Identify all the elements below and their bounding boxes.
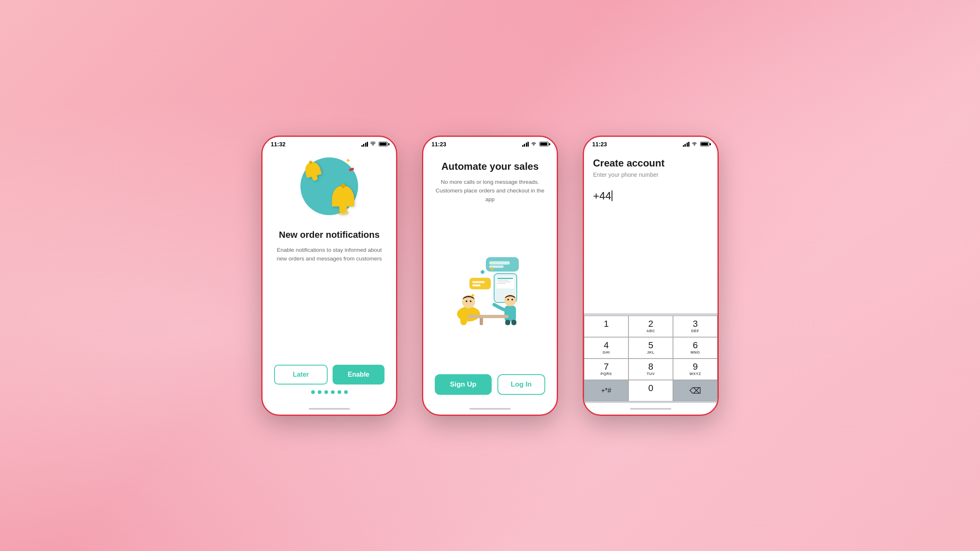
sparkle-icon: ✦ [345,157,351,164]
key-1[interactable]: 1 [584,316,628,337]
key-5[interactable]: 5 JKL [628,337,673,359]
svg-rect-15 [497,283,506,284]
keypad-row-2: 4 GHI 5 JKL 6 MNO [584,337,717,359]
keypad-row-3: 7 PQRS 8 TUV 9 WXYZ [584,359,717,380]
login-button[interactable]: Log In [497,374,546,395]
battery-icon-2 [539,142,549,146]
key-0[interactable]: 0 [628,380,673,401]
svg-rect-18 [469,278,491,289]
svg-point-2 [339,208,347,213]
wifi-icon-1 [370,141,376,147]
dot-4 [331,390,335,394]
svg-rect-34 [505,320,510,325]
bell-illustration: ✦ [296,153,362,219]
phone-number-input[interactable]: +44 [593,190,708,204]
svg-rect-30 [504,306,516,321]
svg-rect-36 [467,315,509,318]
home-indicator-2 [423,403,557,415]
key-8[interactable]: 8 TUV [628,359,673,380]
svg-rect-20 [472,284,481,286]
key-7[interactable]: 7 PQRS [584,359,628,380]
svg-rect-35 [511,320,516,325]
status-time-3: 11:23 [592,141,607,148]
key-3[interactable]: 3 DEF [673,316,717,337]
svg-point-27 [470,300,471,302]
key-9[interactable]: 9 WXYZ [673,359,717,380]
svg-rect-28 [460,317,467,325]
notification-title: New order notifications [279,229,380,241]
status-icons-2 [522,141,549,147]
dot-5 [338,390,341,394]
status-icons-1 [361,141,388,147]
illustration-svg: $ [445,253,535,325]
status-time-2: 11:23 [431,141,446,148]
action-buttons-1: Later Enable [274,365,384,385]
large-bell-icon [326,183,361,218]
svg-point-26 [466,300,467,302]
delete-icon: ⌫ [689,386,701,396]
status-bar-1: 11:32 [263,137,396,149]
cursor [612,190,612,201]
page-dots [311,390,348,394]
key-symbols[interactable]: +*# [584,380,628,401]
key-4[interactable]: 4 GHI [584,337,628,359]
phone-create-account: 11:23 Create account Enter your phone nu… [583,136,719,416]
create-account-title: Create account [593,157,708,169]
home-indicator-1 [263,403,396,415]
later-button[interactable]: Later [274,365,328,385]
svg-point-23 [490,267,494,270]
dot-2 [318,390,321,394]
battery-icon-1 [379,142,388,146]
signal-icon-2 [522,142,529,147]
sales-illustration: $ [445,204,535,374]
key-6[interactable]: 6 MNO [673,337,717,359]
key-delete[interactable]: ⌫ [673,380,717,401]
status-icons-3 [683,141,710,147]
svg-rect-8 [489,261,510,265]
numeric-keypad: 1 2 ABC 3 DEF 4 GHI 5 [584,313,717,403]
phone-number-value: +44 [593,190,611,202]
svg-rect-13 [497,280,509,281]
svg-rect-21 [480,270,485,274]
signal-icon-1 [361,142,368,147]
phone-automate: 11:23 Automate your sales No more calls … [422,136,558,416]
dot-1 [311,390,315,394]
keypad-row-4: +*# 0 ⌫ [584,380,717,401]
svg-rect-19 [472,281,485,283]
status-bar-3: 11:23 [584,137,717,149]
automate-desc: No more calls or long message threads. C… [435,178,545,204]
svg-rect-14 [497,281,511,282]
automate-title: Automate your sales [441,161,539,173]
phone-notifications: 11:32 [261,136,397,416]
svg-rect-12 [497,278,513,279]
svg-point-33 [511,299,513,300]
svg-point-32 [507,299,509,300]
enable-button[interactable]: Enable [333,365,384,385]
keypad-row-1: 1 2 ABC 3 DEF [584,316,717,337]
status-time-1: 11:32 [271,141,286,148]
action-buttons-2: Sign Up Log In [435,374,545,395]
key-2[interactable]: 2 ABC [628,316,673,337]
home-indicator-3 [584,403,717,415]
dot-6 [344,390,348,394]
wifi-icon-2 [531,141,537,147]
create-account-subtitle: Enter your phone number [593,171,708,178]
signup-button[interactable]: Sign Up [435,374,492,395]
create-account-content: Create account Enter your phone number +… [584,149,717,403]
battery-icon-3 [700,142,709,146]
notification-desc: Enable notifications to stay informed ab… [274,246,384,263]
signal-icon-3 [683,142,690,147]
status-bar-2: 11:23 [423,137,557,149]
wifi-icon-3 [692,141,697,147]
dot-3 [324,390,328,394]
